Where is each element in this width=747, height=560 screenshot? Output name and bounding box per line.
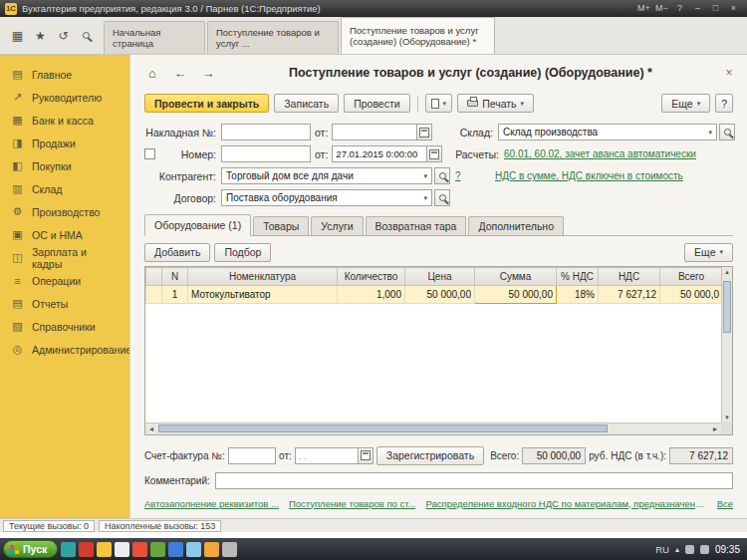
tray-status-icon[interactable] bbox=[700, 545, 709, 554]
sidebar-item-main[interactable]: ▤Главное bbox=[0, 63, 129, 86]
language-indicator[interactable]: RU bbox=[655, 544, 669, 555]
item-tab-equipment[interactable]: Оборудование (1) bbox=[144, 214, 251, 236]
taskbar-quicklaunch-icon[interactable] bbox=[97, 542, 112, 557]
post-and-close-button[interactable]: Провести и закрыть bbox=[144, 94, 269, 113]
column-header[interactable]: Сумма bbox=[475, 268, 557, 286]
item-tab-services[interactable]: Услуги bbox=[311, 216, 363, 235]
item-tab-returnable-packaging[interactable]: Возвратная тара bbox=[366, 216, 467, 235]
taskbar-clock[interactable]: 09:35 bbox=[715, 544, 740, 555]
scroll-down-icon[interactable]: ▾ bbox=[722, 414, 732, 421]
grid-more-button[interactable]: Еще▾ bbox=[684, 243, 733, 262]
tab-goods-receipt-new[interactable]: Поступление товаров и услуг (создание) (… bbox=[341, 17, 495, 54]
taskbar-quicklaunch-icon[interactable] bbox=[132, 542, 147, 557]
pick-button[interactable]: Подбор bbox=[214, 243, 271, 262]
tray-expand-icon[interactable]: ▴ bbox=[675, 545, 679, 554]
column-header[interactable]: Количество bbox=[338, 268, 405, 286]
window-help-button[interactable]: ? bbox=[671, 2, 688, 15]
facture-number-input[interactable] bbox=[228, 447, 276, 464]
sidebar-item-warehouse[interactable]: ▥Склад bbox=[0, 177, 129, 200]
column-header[interactable]: Номенклатура bbox=[188, 268, 338, 286]
number-checkbox[interactable] bbox=[144, 148, 155, 159]
sidebar-item-production[interactable]: ⚙Производство bbox=[0, 200, 129, 223]
add-row-button[interactable]: Добавить bbox=[144, 243, 210, 262]
tray-status-icon[interactable] bbox=[685, 545, 694, 554]
sidebar-item-purchases[interactable]: ◧Покупки bbox=[0, 154, 129, 177]
home-icon[interactable]: ⌂ bbox=[140, 63, 164, 83]
favorites-icon[interactable]: ★ bbox=[30, 25, 51, 46]
close-window-button[interactable]: × bbox=[725, 2, 742, 15]
taskbar-quicklaunch-icon[interactable] bbox=[204, 542, 219, 557]
scale-minus-button[interactable]: М− bbox=[653, 2, 670, 15]
invoice-number-input[interactable] bbox=[221, 124, 311, 140]
main-menu-icon[interactable]: ▦ bbox=[7, 25, 28, 46]
taskbar-quicklaunch-icon[interactable] bbox=[115, 542, 129, 557]
calendar-icon[interactable] bbox=[417, 124, 432, 140]
start-button[interactable]: Пуск bbox=[3, 540, 58, 558]
calendar-icon[interactable] bbox=[427, 145, 442, 162]
forward-icon[interactable]: → bbox=[196, 63, 220, 83]
vat-distribution-link[interactable]: Распределение входного НДС по материалам… bbox=[425, 498, 706, 509]
horizontal-scroll-thumb[interactable] bbox=[158, 424, 608, 432]
column-header[interactable]: N bbox=[162, 268, 188, 286]
register-facture-button[interactable]: Зарегистрировать bbox=[376, 446, 484, 465]
sidebar-item-administration[interactable]: ◎Администрирование bbox=[0, 338, 129, 361]
post-button[interactable]: Провести bbox=[344, 94, 409, 113]
cell-quantity[interactable]: 1,000 bbox=[338, 286, 405, 304]
horizontal-scrollbar[interactable]: ◂ ▸ bbox=[145, 422, 721, 434]
sidebar-item-operations[interactable]: ≡Операции bbox=[0, 269, 129, 292]
tab-home-page[interactable]: Начальная страница bbox=[104, 21, 205, 54]
autofill-link[interactable]: Автозаполнение реквизитов ... bbox=[144, 498, 279, 509]
minimize-button[interactable]: – bbox=[689, 2, 706, 15]
scroll-up-icon[interactable]: ▴ bbox=[722, 268, 732, 276]
create-based-on-button[interactable]: ▾ bbox=[425, 94, 453, 113]
warehouse-combo[interactable]: Склад производства ▾ bbox=[498, 124, 717, 140]
cell-price[interactable]: 50 000,00 bbox=[405, 286, 475, 304]
taskbar-quicklaunch-icon[interactable] bbox=[222, 542, 237, 557]
help-button[interactable]: ? bbox=[715, 94, 733, 113]
column-header[interactable]: % НДС bbox=[557, 268, 599, 286]
facture-date-input[interactable]: . . bbox=[295, 447, 359, 464]
sidebar-item-manager[interactable]: ↗Руководителю bbox=[0, 86, 129, 109]
more-button[interactable]: Еще▾ bbox=[661, 94, 710, 113]
taskbar-quicklaunch-icon[interactable] bbox=[186, 542, 201, 557]
back-icon[interactable]: ← bbox=[168, 63, 192, 83]
search-icon[interactable] bbox=[76, 25, 97, 46]
sidebar-item-reports[interactable]: ▤Отчеты bbox=[0, 292, 129, 315]
table-row[interactable]: 1 Мотокультиватор 1,000 50 000,00 50 000… bbox=[146, 286, 723, 304]
taskbar-quicklaunch-icon[interactable] bbox=[79, 542, 94, 557]
invoice-date-input[interactable] bbox=[332, 124, 417, 140]
scroll-left-icon[interactable]: ◂ bbox=[145, 423, 157, 434]
close-form-icon[interactable]: × bbox=[721, 66, 737, 80]
comment-input[interactable] bbox=[215, 472, 733, 489]
cell-line-number[interactable]: 1 bbox=[162, 286, 188, 304]
vertical-scrollbar[interactable]: ▴ ▾ bbox=[721, 267, 732, 422]
warehouse-lookup-icon[interactable] bbox=[719, 124, 735, 140]
document-date-input[interactable]: 27.01.2015 0:00:00 bbox=[332, 145, 427, 162]
print-button[interactable]: Печать▾ bbox=[457, 94, 534, 113]
column-header[interactable]: Всего bbox=[660, 268, 723, 286]
sidebar-item-sales[interactable]: ◨Продажи bbox=[0, 132, 129, 154]
vertical-scroll-thumb[interactable] bbox=[723, 281, 731, 333]
cell-vat-amount[interactable]: 7 627,12 bbox=[599, 286, 660, 304]
cell-amount-selected[interactable]: 50 000,00 bbox=[475, 286, 557, 304]
counterparty-lookup-icon[interactable] bbox=[434, 167, 450, 184]
sidebar-item-bank-cash[interactable]: ▦Банк и касса bbox=[0, 109, 129, 132]
sidebar-item-fixed-assets[interactable]: ▣ОС и НМА bbox=[0, 223, 129, 246]
tab-goods-receipt-list[interactable]: Поступление товаров и услуг ... bbox=[207, 21, 339, 54]
save-button[interactable]: Записать bbox=[274, 94, 339, 113]
history-icon[interactable]: ↺ bbox=[53, 25, 74, 46]
scroll-right-icon[interactable]: ▸ bbox=[709, 423, 721, 434]
cell-total[interactable]: 50 000,0 bbox=[660, 286, 723, 304]
calendar-icon[interactable] bbox=[359, 447, 374, 464]
taskbar-quicklaunch-icon[interactable] bbox=[168, 542, 183, 557]
number-input[interactable] bbox=[221, 145, 311, 162]
goods-receipt-link[interactable]: Поступление товаров по ст... bbox=[289, 498, 416, 509]
scale-plus-button[interactable]: М+ bbox=[635, 2, 652, 15]
counterparty-help-link[interactable]: ? bbox=[455, 170, 461, 181]
settlements-link[interactable]: 60.01, 60.02, зачет аванса автоматически bbox=[504, 148, 696, 159]
cell-nomenclature[interactable]: Мотокультиватор bbox=[188, 286, 338, 304]
column-header[interactable]: НДС bbox=[599, 268, 660, 286]
counterparty-combo[interactable]: Торговый дом все для дачи ▾ bbox=[221, 167, 432, 184]
sidebar-item-payroll[interactable]: ◫Зарплата и кадры bbox=[0, 246, 129, 269]
taskbar-quicklaunch-icon[interactable] bbox=[61, 542, 76, 557]
